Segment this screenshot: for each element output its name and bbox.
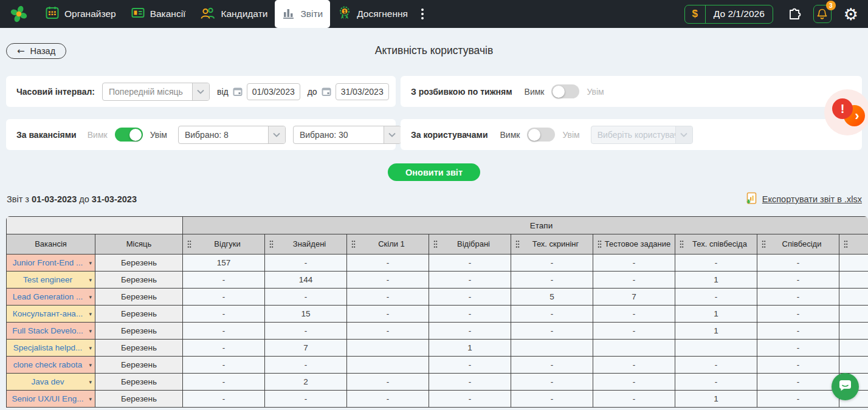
stage-value-cell: - <box>183 357 265 374</box>
calendar-icon[interactable] <box>232 86 243 97</box>
nav-item-reports[interactable]: Звіти <box>275 0 330 28</box>
by-users-toggle[interactable] <box>527 128 555 142</box>
notifications-count-badge: 3 <box>826 1 836 10</box>
by-users-label: За користувачами <box>411 130 488 140</box>
stage-value-cell: - <box>511 323 593 340</box>
stage-value-cell <box>347 340 429 357</box>
nav-item-label: Звіти <box>300 9 323 19</box>
chevron-down-icon <box>192 83 209 100</box>
integrations-puzzle-icon[interactable] <box>787 6 802 22</box>
app-logo-icon[interactable] <box>10 5 28 23</box>
vacancy-dropdown-caret-icon[interactable]: ▾ <box>89 311 92 317</box>
weekly-breakdown-label: З розбивкою по тижням <box>411 87 512 97</box>
column-drag-handle-icon[interactable] <box>351 241 356 248</box>
chat-widget-button[interactable] <box>832 373 859 400</box>
vacancy-cell[interactable]: Specjalista helpd...▾ <box>7 340 95 357</box>
vacancies-off-label: Вимк <box>88 130 108 140</box>
stage-value-cell: 157 <box>183 255 265 272</box>
date-to-input[interactable] <box>336 83 389 100</box>
vacancy-cell[interactable]: clone check rabota▾ <box>7 357 95 374</box>
nav-item-vacancies[interactable]: Вакансії <box>123 0 193 28</box>
nav-item-achievements[interactable]: 1 Досягнення <box>330 0 415 28</box>
column-drag-handle-icon[interactable] <box>680 241 684 248</box>
column-label: Відгуки <box>214 239 240 248</box>
organizer-calendar-icon <box>45 5 60 22</box>
stages-group-header: Етапи <box>183 217 868 234</box>
vacancy-link[interactable]: Lead Generation ... <box>13 292 83 301</box>
vacancy-dropdown-caret-icon[interactable]: ▾ <box>89 345 92 351</box>
stage-value-cell: - <box>593 374 675 391</box>
vacancy-cell[interactable]: Консультант-ана...▾ <box>7 306 95 323</box>
column-drag-handle-icon[interactable] <box>598 241 602 248</box>
column-drag-handle-icon[interactable] <box>187 241 191 248</box>
column-header[interactable]: Скіли 1 <box>347 234 429 255</box>
vacancy-link[interactable]: Specjalista helpd... <box>13 343 82 352</box>
stage-value-cell: 5 <box>511 289 593 306</box>
nav-item-candidates[interactable]: Кандидати <box>193 0 275 28</box>
column-header[interactable]: Тех. скринінг <box>511 234 593 255</box>
stage-value-cell: - <box>593 306 675 323</box>
vacancy-dropdown-caret-icon[interactable]: ▾ <box>89 277 92 283</box>
vacancy-link[interactable]: Senior UX/UI Eng... <box>12 394 84 403</box>
vacancies-select[interactable]: Вибрано: 8 <box>178 126 286 144</box>
vacancy-cell[interactable]: Junior Front-End ...▾ <box>7 255 95 272</box>
vacancy-cell[interactable]: Java dev▾ <box>7 374 95 391</box>
table-row: Junior Front-End ...▾Березень157------- <box>7 255 868 272</box>
vacancy-link[interactable]: Test engineer <box>23 275 72 284</box>
vacancy-dropdown-caret-icon[interactable]: ▾ <box>89 260 92 266</box>
weekly-breakdown-toggle[interactable] <box>551 84 579 98</box>
stages-select[interactable]: Вибрано: 30 <box>293 126 401 144</box>
export-xlsx-link[interactable]: Експортувати звіт в .xlsx <box>762 194 862 204</box>
vacancy-cell[interactable]: Lead Generation ...▾ <box>7 289 95 306</box>
stage-value-cell: - <box>511 306 593 323</box>
column-header[interactable]: Тестовое задание <box>593 234 675 255</box>
column-label: Скіли 1 <box>378 239 405 248</box>
vacancy-link[interactable]: Full Stack Develo... <box>12 326 83 335</box>
vacancy-link[interactable]: clone check rabota <box>13 360 82 369</box>
more-menu-icon[interactable] <box>415 0 430 28</box>
stage-value-cell <box>511 340 593 357</box>
notifications-bell-icon[interactable]: 3 <box>813 5 832 23</box>
column-header[interactable]: Відгуки <box>183 234 265 255</box>
column-header[interactable]: Знайдені <box>265 234 347 255</box>
vacancy-link[interactable]: Junior Front-End ... <box>13 258 83 267</box>
column-drag-handle-icon[interactable] <box>515 241 520 248</box>
column-drag-handle-icon[interactable] <box>433 241 438 248</box>
vacancy-cell[interactable]: Senior UX/UI Eng...▾ <box>7 391 95 408</box>
vacancy-dropdown-caret-icon[interactable]: ▾ <box>89 379 92 385</box>
column-drag-handle-icon[interactable] <box>844 241 848 248</box>
vacancy-link[interactable]: Java dev <box>31 377 64 386</box>
stage-value-cell: - <box>347 323 429 340</box>
month-cell: Березень <box>95 374 183 391</box>
alert-exclamation-icon[interactable]: ! <box>832 98 853 119</box>
vacancy-cell[interactable]: Full Stack Develo...▾ <box>7 323 95 340</box>
update-report-button[interactable]: Оновити звіт <box>388 163 480 181</box>
vacancy-dropdown-caret-icon[interactable]: ▾ <box>89 328 92 334</box>
vacancy-dropdown-caret-icon[interactable]: ▾ <box>89 396 92 402</box>
time-interval-label: Часовий інтервал: <box>16 87 95 97</box>
vacancy-link[interactable]: Консультант-ана... <box>13 309 83 318</box>
date-from-input[interactable] <box>247 83 300 100</box>
column-drag-handle-icon[interactable] <box>762 241 766 248</box>
interval-preset-select[interactable]: Попередній місяць <box>102 83 210 101</box>
settings-gear-icon[interactable]: ⚙ <box>844 6 858 22</box>
nav-item-label: Досягнення <box>357 9 408 19</box>
column-header[interactable]: Fe <box>839 234 868 255</box>
vacancy-cell[interactable]: Test engineer▾ <box>7 272 95 289</box>
stage-value-cell: - <box>757 306 839 323</box>
column-header[interactable]: Тех. співбесіда <box>675 234 757 255</box>
license-expiry-pill[interactable]: $ До 2/1/2026 <box>684 5 773 24</box>
calendar-icon[interactable] <box>321 86 332 97</box>
column-header[interactable]: Відібрані <box>429 234 511 255</box>
activity-table-wrap[interactable]: ЕтапиВакансіяМісяцьВідгукиЗнайденіСкіли … <box>6 216 868 408</box>
month-cell: Березень <box>95 391 183 408</box>
stage-value-cell: - <box>265 289 347 306</box>
stage-value-cell: - <box>593 357 675 374</box>
column-header[interactable]: Співбесіди <box>757 234 839 255</box>
vacancy-dropdown-caret-icon[interactable]: ▾ <box>89 294 92 300</box>
nav-item-organizer[interactable]: Органайзер <box>38 0 123 28</box>
by-vacancies-toggle[interactable] <box>115 128 143 142</box>
column-drag-handle-icon[interactable] <box>269 241 274 248</box>
vacancy-dropdown-caret-icon[interactable]: ▾ <box>89 362 92 368</box>
by-vacancies-label: За вакансіями <box>16 130 77 140</box>
